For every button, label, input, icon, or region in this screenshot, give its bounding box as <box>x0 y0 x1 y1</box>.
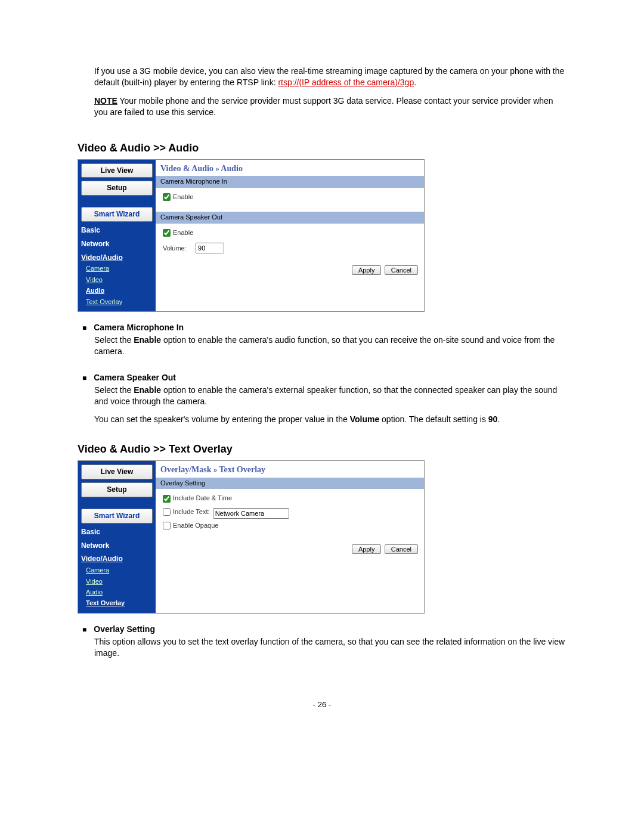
section-heading-text-overlay: Video & Audio >> Text Overlay <box>78 443 566 456</box>
nav-camera[interactable]: Camera <box>86 566 153 575</box>
square-bullet-icon: ■ <box>82 324 86 332</box>
screenshot-audio: Live View Setup Smart Wizard Basic Netwo… <box>78 159 425 312</box>
nav-video-audio[interactable]: Video/Audio <box>81 253 153 263</box>
include-text-input[interactable] <box>213 508 289 519</box>
live-view-button[interactable]: Live View <box>81 163 153 178</box>
live-view-button[interactable]: Live View <box>81 465 153 479</box>
content-pane: Video & Audio » Audio Camera Microphone … <box>156 160 424 311</box>
section-heading-audio: Video & Audio >> Audio <box>78 142 566 154</box>
breadcrumb: Video & Audio » Audio <box>156 160 424 176</box>
nav-video[interactable]: Video <box>86 577 153 586</box>
speaker-paragraph: Select the Enable option to enable the c… <box>94 385 566 407</box>
intro-paragraph: If you use a 3G mobile device, you can a… <box>94 66 566 88</box>
nav-network[interactable]: Network <box>81 239 153 249</box>
overlay-setting-heading: Overlay Setting <box>94 624 155 634</box>
square-bullet-icon: ■ <box>82 374 86 382</box>
nav-network[interactable]: Network <box>81 541 153 551</box>
apply-button[interactable]: Apply <box>352 544 382 554</box>
nav-basic[interactable]: Basic <box>81 527 153 537</box>
overlay-setting-paragraph: This option allows you to set the text o… <box>94 636 566 659</box>
speaker-section-header: Camera Speaker Out <box>156 212 424 223</box>
mic-paragraph: Select the Enable option to enable the c… <box>94 335 566 357</box>
volume-paragraph: You can set the speaker's volume by ente… <box>94 414 566 425</box>
mic-enable-checkbox[interactable]: Enable <box>163 193 193 202</box>
rtsp-link[interactable]: rtsp://(IP address of the camera)/3gp <box>278 78 414 87</box>
nav-audio[interactable]: Audio <box>86 588 153 597</box>
sidebar: Live View Setup Smart Wizard Basic Netwo… <box>78 160 156 311</box>
include-text-checkbox[interactable]: Include Text: <box>163 507 210 516</box>
mic-heading: Camera Microphone In <box>94 323 184 332</box>
smart-wizard-button[interactable]: Smart Wizard <box>81 509 153 524</box>
nav-camera[interactable]: Camera <box>86 264 153 273</box>
nav-audio[interactable]: Audio <box>86 286 153 295</box>
mic-section-header: Camera Microphone In <box>156 176 424 187</box>
cancel-button[interactable]: Cancel <box>385 265 418 275</box>
nav-video[interactable]: Video <box>86 275 153 284</box>
nav-video-audio[interactable]: Video/Audio <box>81 554 153 564</box>
include-date-checkbox[interactable]: Include Date & Time <box>163 494 232 503</box>
setup-button[interactable]: Setup <box>81 181 153 196</box>
enable-opaque-checkbox[interactable]: Enable Opaque <box>163 521 218 530</box>
cancel-button[interactable]: Cancel <box>385 544 418 554</box>
volume-input[interactable] <box>196 243 224 253</box>
smart-wizard-button[interactable]: Smart Wizard <box>81 207 153 222</box>
page-number: - 26 - <box>78 700 566 709</box>
setup-button[interactable]: Setup <box>81 482 153 497</box>
speaker-enable-checkbox[interactable]: Enable <box>163 228 193 237</box>
nav-text-overlay[interactable]: Text Overlay <box>86 298 153 306</box>
square-bullet-icon: ■ <box>82 625 86 634</box>
content-pane: Overlay/Mask » Text Overlay Overlay Sett… <box>156 461 424 612</box>
breadcrumb: Overlay/Mask » Text Overlay <box>156 461 424 478</box>
apply-button[interactable]: Apply <box>352 265 382 275</box>
screenshot-text-overlay: Live View Setup Smart Wizard Basic Netwo… <box>78 460 425 613</box>
volume-label: Volume: <box>163 244 187 252</box>
nav-basic[interactable]: Basic <box>81 225 153 236</box>
nav-text-overlay[interactable]: Text Overlay <box>86 599 153 608</box>
note-paragraph: NOTE Your mobile phone and the service p… <box>94 95 566 118</box>
overlay-section-header: Overlay Setting <box>156 478 424 489</box>
sidebar: Live View Setup Smart Wizard Basic Netwo… <box>78 461 156 612</box>
speaker-heading: Camera Speaker Out <box>94 373 176 382</box>
